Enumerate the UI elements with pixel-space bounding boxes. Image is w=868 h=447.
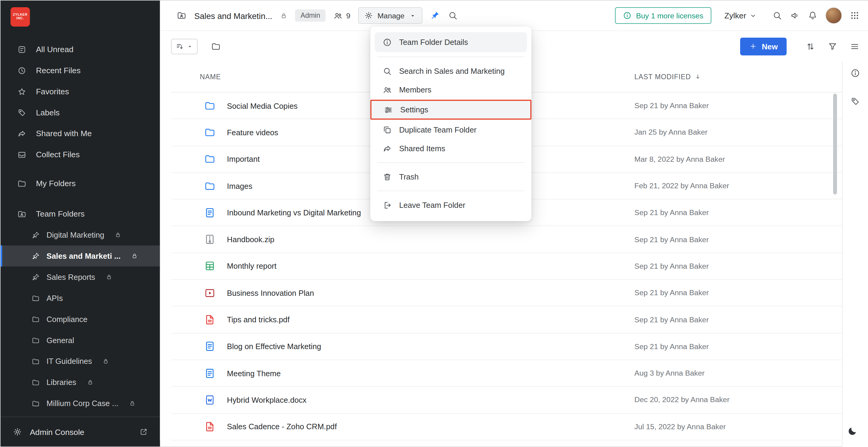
file-modified: Aug 3 by Anna Baker (634, 369, 705, 378)
global-search-icon[interactable] (772, 10, 782, 21)
folder-icon (32, 357, 40, 365)
unread-icon (17, 44, 27, 54)
members-count[interactable]: 9 (334, 11, 350, 20)
pin-icon (32, 273, 40, 281)
folder-icon (32, 378, 40, 386)
zip-icon (204, 234, 216, 245)
folder-view-icon[interactable] (211, 41, 221, 51)
file-row[interactable]: Tips and tricks.pdf Sep 21 by Anna Baker (171, 307, 842, 333)
members-icon (334, 11, 343, 20)
new-button-label: New (762, 42, 778, 51)
file-name: Tips and tricks.pdf (227, 316, 289, 324)
menu-item-label: Shared Items (399, 144, 445, 153)
sort-desc-arrow-icon (694, 73, 702, 81)
sidebar-teamfolder-millium-corp-case[interactable]: Millium Corp Case ... (1, 393, 160, 414)
sidebar-item-collect-files[interactable]: Collect Files (1, 144, 160, 165)
file-row[interactable]: Blog on Effective Marketing Sep 21 by An… (171, 333, 842, 360)
sidebar-item-label: Recent Files (36, 66, 81, 75)
menu-item-leave-team-folder[interactable]: Leave Team Folder (375, 196, 527, 214)
menu-item-team-folder-details[interactable]: Team Folder Details (375, 32, 527, 52)
sidebar-item-my-folders[interactable]: My Folders (1, 173, 160, 194)
folder-search-icon[interactable] (447, 10, 458, 21)
sidebar-item-all-unread[interactable]: All Unread (1, 39, 160, 60)
sidebar-teamfolder-it-guidelines[interactable]: IT Guidelines (1, 351, 160, 372)
labels-tag-icon[interactable] (850, 96, 860, 106)
notifications-bell-icon[interactable] (808, 10, 818, 21)
sidebar-teamfolder-apis[interactable]: APIs (1, 288, 160, 309)
teamfolder-label: APIs (46, 294, 63, 302)
apps-grid-icon[interactable] (850, 10, 860, 21)
pin-icon (32, 252, 40, 260)
announcements-icon[interactable] (790, 10, 800, 21)
word-doc-icon (204, 394, 216, 406)
lock-icon (106, 274, 112, 280)
file-row[interactable]: Hybrid Workplace.docx Dec 20, 2022 by An… (171, 387, 842, 414)
menu-item-trash[interactable]: Trash (375, 167, 527, 186)
caret-down-icon (409, 12, 416, 19)
sidebar-teamfolder-libraries[interactable]: Libraries (1, 372, 160, 393)
sidebar-item-recent-files[interactable]: Recent Files (1, 60, 160, 81)
sidebar-teamfolder-digital-marketing[interactable]: Digital Marketing (1, 225, 160, 245)
pin-toggle-icon[interactable] (430, 10, 440, 21)
menu-item-label: Trash (399, 172, 418, 181)
gear-icon (364, 11, 373, 20)
file-modified: Feb 21, 2022 by Anna Baker (634, 182, 729, 190)
teamfolder-label: General (46, 336, 74, 345)
user-avatar[interactable] (825, 7, 842, 24)
file-modified: Sep 21 by Anna Baker (634, 289, 709, 297)
vertical-scrollbar[interactable] (833, 94, 837, 195)
menu-item-duplicate-team-folder[interactable]: Duplicate Team Folder (375, 120, 527, 139)
menu-item-search-in-team-folder[interactable]: Search in Sales and Marketing (375, 61, 527, 81)
sidebar-item-shared-with-me[interactable]: Shared with Me (1, 123, 160, 144)
file-row[interactable]: Monthly report Sep 21 by Anna Baker (171, 253, 842, 280)
zylker-logo[interactable]: ZYLKER INC. (10, 7, 30, 26)
column-name[interactable]: NAME (200, 73, 221, 81)
menu-item-settings[interactable]: Settings (370, 100, 531, 120)
info-icon (382, 37, 392, 47)
tag-icon (17, 108, 27, 117)
menu-divider (377, 57, 525, 57)
sidebar-teamfolder-compliance[interactable]: Compliance (1, 308, 160, 330)
sidebar-item-labels[interactable]: Labels (1, 102, 160, 123)
sidebar-item-label: All Unread (36, 45, 74, 54)
writer-doc-icon (204, 368, 216, 379)
info-icon (623, 11, 631, 20)
file-row[interactable]: Handbook.zip Sep 21 by Anna Baker (171, 226, 842, 253)
column-last-modified[interactable]: LAST MODIFIED (634, 73, 702, 81)
sidebar: ZYLKER INC. All Unread Recent Files Favo… (1, 1, 160, 447)
buy-licenses-button[interactable]: Buy 1 more licenses (615, 7, 711, 24)
toolbar-icons (805, 41, 860, 51)
menu-item-shared-items[interactable]: Shared Items (375, 139, 527, 158)
filter-funnel-icon[interactable] (828, 41, 838, 51)
sidebar-item-label: My Folders (36, 179, 76, 188)
sidebar-teamfolder-sales-and-marketing[interactable]: Sales and Marketi ... (1, 245, 160, 267)
file-row[interactable]: Sales Cadence - Zoho CRM.pdf Jul 15, 202… (171, 414, 842, 440)
dark-mode-moon-icon[interactable] (847, 426, 858, 436)
menu-item-members[interactable]: Members (375, 81, 527, 99)
lock-icon (129, 400, 135, 407)
share-icon (382, 144, 392, 153)
writer-doc-icon (204, 341, 216, 352)
menu-item-label: Duplicate Team Folder (399, 125, 476, 134)
sort-view-button[interactable] (171, 38, 197, 54)
file-row[interactable]: Meeting Theme Aug 3 by Anna Baker (171, 360, 842, 387)
file-name: Business Innovation Plan (227, 289, 314, 297)
file-modified: Sep 21 by Anna Baker (634, 342, 709, 351)
sidebar-teamfolder-sales-reports[interactable]: Sales Reports (1, 267, 160, 288)
sidebar-teamfolder-general[interactable]: General (1, 330, 160, 351)
file-modified: Sep 21 by Anna Baker (634, 101, 709, 110)
file-modified: Jan 25 by Anna Baker (634, 128, 708, 137)
details-info-icon[interactable] (850, 68, 860, 78)
manage-button[interactable]: Manage (358, 7, 422, 24)
admin-console-link[interactable]: Admin Console (1, 417, 160, 446)
new-button[interactable]: New (740, 37, 786, 55)
file-row[interactable]: Business Innovation Plan Sep 21 by Anna … (171, 280, 842, 307)
sidebar-item-favorites[interactable]: Favorites (1, 81, 160, 102)
file-name: Feature videos (227, 128, 278, 137)
sidebar-item-team-folders[interactable]: Team Folders (1, 203, 160, 225)
list-view-icon[interactable] (850, 41, 860, 51)
pdf-icon (204, 421, 216, 432)
org-switcher[interactable]: Zylker (724, 11, 757, 20)
sort-order-icon[interactable] (805, 41, 815, 51)
page-title: Sales and Marketin... (194, 11, 272, 20)
